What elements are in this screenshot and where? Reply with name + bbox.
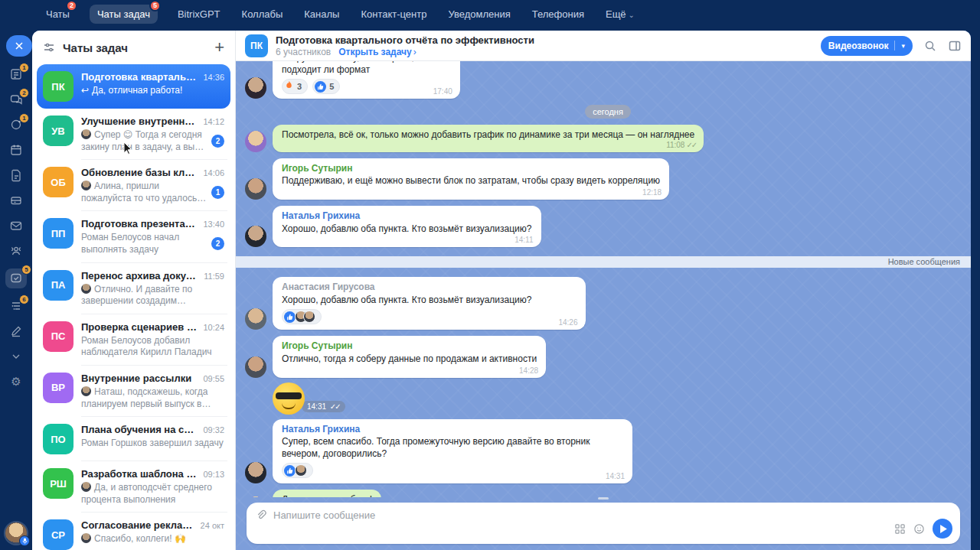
chat-title: Подготовка презентации для пар… (81, 218, 198, 229)
sidebar-item-docs[interactable] (8, 168, 24, 183)
chat-time: 14:06 (203, 168, 224, 177)
sidebar-item-copilot[interactable]: 1 (8, 117, 24, 132)
participants-count[interactable]: 6 участников (276, 47, 331, 57)
author-name[interactable]: Наталья Грихина (282, 210, 532, 223)
avatar[interactable] (245, 308, 266, 330)
video-call-button[interactable]: Видеозвонок ▾ (821, 36, 913, 56)
author-name[interactable]: Наталья Грихина (282, 424, 623, 436)
sunglasses-emoji[interactable] (273, 382, 305, 415)
like-icon (284, 311, 296, 323)
message-bubble[interactable]: Игорь Сутырин Поддерживаю, и ещё можно в… (273, 158, 669, 200)
sidebar-item-messenger-active[interactable]: 5 (5, 268, 27, 288)
send-button[interactable] (933, 519, 952, 539)
sidebar-expand[interactable] (8, 349, 24, 364)
tab-bitrixgpt[interactable]: BitrixGPT (176, 5, 222, 24)
chat-list-item[interactable]: ПК Подготовка квартального отчёта…14:36 … (37, 64, 230, 109)
add-chat-button[interactable]: + (214, 40, 224, 55)
search-button[interactable] (923, 39, 937, 53)
chat-list-item[interactable]: СР Согласование рекламного мак…24 окт Сп… (37, 513, 230, 550)
tab-task-chats[interactable]: Чаты задач5 (90, 5, 158, 24)
sidebar-item-drive[interactable] (8, 193, 24, 208)
reaction-fire[interactable]: 3 (282, 79, 308, 94)
reaction-like[interactable]: 5 (312, 79, 340, 94)
avatar[interactable] (245, 77, 266, 99)
author-name[interactable]: Анастасия Гирусова (282, 282, 532, 294)
chat-title: Проверка сценариев автоматиче… (81, 321, 198, 333)
author-name[interactable]: Игорь Сутырин (282, 340, 537, 353)
close-icon (15, 41, 24, 50)
drag-handle[interactable] (598, 497, 609, 500)
app-sheet: Чаты задач + ПК Подготовка квартального … (32, 31, 971, 550)
close-sidebar-button[interactable] (6, 35, 32, 57)
chat-last-message: Роман Белоусов начал выполнять задачу (81, 232, 207, 255)
chat-list-item[interactable]: УВ Улучшение внутреннего онборди…14:12 С… (37, 109, 230, 160)
reactions (282, 463, 623, 478)
chevron-down-icon: ▾ (901, 42, 905, 50)
chat-last-message: Наташ, подскажешь, когда планируем первы… (81, 386, 224, 410)
chat-time: 24 окт (201, 521, 224, 530)
sidebar-item-chats[interactable]: 2 (8, 92, 24, 107)
composer[interactable] (247, 503, 960, 544)
tab-contact-center[interactable]: Контакт-центр (359, 5, 428, 24)
message-bubble[interactable]: Наталья Грихина Супер, всем спасибо. Тог… (273, 419, 632, 484)
chat-list-item[interactable]: РШ Разработка шаблона отчёта по п…09:13 … (37, 461, 230, 513)
tab-chats[interactable]: Чаты2 (44, 5, 71, 24)
reactions: 3 5 (282, 79, 414, 94)
chat-title: Обновление базы клиентов (81, 167, 198, 178)
filter-icon[interactable] (43, 41, 55, 54)
sidebar-item-crm[interactable] (8, 243, 24, 259)
sidebar-item-flows[interactable]: 6 (8, 298, 24, 314)
sidebar-item-sign[interactable] (8, 324, 24, 339)
user-avatar[interactable] (5, 522, 27, 544)
chat-avatar: ОБ (43, 167, 74, 197)
message-time: 14:31 (606, 471, 625, 481)
sidebar-item-news[interactable]: 1 (8, 67, 24, 82)
avatar[interactable] (245, 226, 266, 247)
reactions (282, 309, 532, 324)
message: Наталья Грихина Супер, всем спасибо. Тог… (245, 419, 971, 484)
avatar[interactable] (245, 356, 266, 378)
reaction-like[interactable] (282, 309, 322, 324)
open-task-link[interactable]: Открыть задачу› (338, 47, 416, 57)
tab-channels[interactable]: Каналы (302, 5, 341, 24)
reaction-like[interactable] (282, 463, 313, 478)
sidebar-item-mail[interactable] (8, 218, 24, 233)
avatar[interactable] (245, 131, 266, 152)
chat-list-item[interactable]: ПО Плана обучения на следующий к…09:32 Р… (37, 417, 230, 461)
attach-icon[interactable] (256, 509, 267, 521)
message-bubble[interactable]: Анастасия Гирусова Хорошо, добавлю оба п… (273, 277, 586, 330)
tab-more[interactable]: Ещё⌄ (604, 5, 636, 24)
fire-icon (284, 80, 294, 93)
chat-list-item[interactable]: ПА Перенос архива документов11:59 Отличн… (37, 263, 230, 314)
message-bubble[interactable]: Да, отличная работа! 14:36✓✓ (273, 490, 381, 497)
chat-list-item[interactable]: ПС Проверка сценариев автоматиче…10:24 Р… (37, 314, 230, 366)
avatar[interactable] (245, 462, 266, 483)
panel-toggle-button[interactable] (948, 39, 962, 53)
message-bubble[interactable]: Посмотрела, всё ок, только можно добавит… (273, 125, 704, 152)
message-time: 14:28 (519, 366, 538, 376)
message: Игорь Сутырин Отлично, тогда я соберу да… (245, 336, 971, 377)
chat-pane: ПК Подготовка квартального отчёта по эфф… (236, 31, 971, 550)
message-bubble[interactable]: Игорь Сутырин Отлично, тогда я соберу да… (273, 336, 546, 377)
unread-badge: 2 (211, 135, 224, 148)
tab-collabs[interactable]: Коллабы (240, 5, 285, 24)
chat-list-title: Чаты задач (63, 41, 128, 54)
chat-list-item[interactable]: ПП Подготовка презентации для пар…13:40 … (37, 211, 230, 262)
badge: 5 (21, 265, 31, 275)
sidebar-item-calendar[interactable] (8, 142, 24, 158)
chat-list-item[interactable]: ОБ Обновление базы клиентов14:06 Алина, … (37, 160, 230, 211)
chat-avatar: ПК (43, 71, 74, 102)
apps-grid-icon[interactable] (894, 523, 906, 535)
messages-area[interactable]: выгрузила основу, посмотрите, подходит л… (236, 61, 971, 497)
sidebar-settings[interactable]: ⚙ (8, 374, 24, 389)
message-time: 14:26 (558, 317, 577, 327)
message-bubble[interactable]: Наталья Грихина Хорошо, добавлю оба пунк… (273, 206, 541, 247)
author-name[interactable]: Игорь Сутырин (282, 163, 660, 175)
tab-telephony[interactable]: Телефония (531, 5, 586, 24)
chat-list-item[interactable]: ВР Внутренние рассылки09:55 Наташ, подск… (37, 366, 230, 417)
message-input[interactable] (273, 509, 951, 521)
message-bubble[interactable]: выгрузила основу, посмотрите, подходит л… (273, 61, 460, 99)
emoji-icon[interactable] (913, 523, 925, 535)
avatar[interactable] (245, 178, 266, 200)
tab-notifications[interactable]: Уведомления (446, 5, 511, 24)
